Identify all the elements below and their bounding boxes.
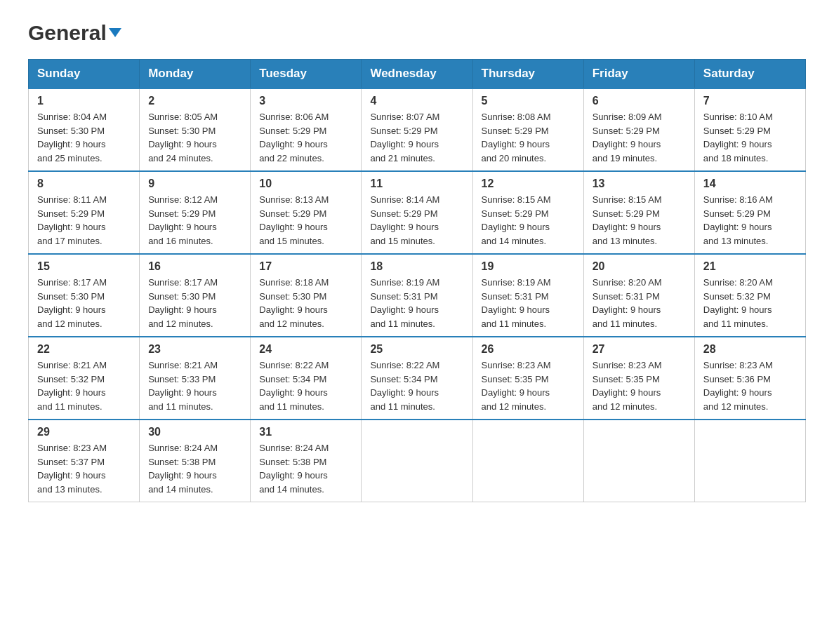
- calendar-cell: 30 Sunrise: 8:24 AM Sunset: 5:38 PM Dayl…: [140, 420, 251, 502]
- day-number: 5: [482, 95, 575, 107]
- calendar-cell: 10 Sunrise: 8:13 AM Sunset: 5:29 PM Dayl…: [251, 171, 362, 254]
- calendar-cell: 5 Sunrise: 8:08 AM Sunset: 5:29 PM Dayli…: [472, 88, 583, 171]
- calendar-cell: 18 Sunrise: 8:19 AM Sunset: 5:31 PM Dayl…: [362, 254, 472, 337]
- day-number: 30: [148, 426, 241, 438]
- day-info: Sunrise: 8:20 AM Sunset: 5:31 PM Dayligh…: [593, 276, 686, 330]
- day-info: Sunrise: 8:10 AM Sunset: 5:29 PM Dayligh…: [703, 110, 797, 165]
- day-number: 20: [593, 260, 686, 273]
- calendar-cell: 24 Sunrise: 8:22 AM Sunset: 5:34 PM Dayl…: [251, 337, 362, 420]
- day-number: 14: [703, 177, 797, 190]
- day-number: 16: [148, 260, 241, 273]
- day-number: 22: [37, 343, 131, 356]
- day-number: 17: [259, 260, 352, 273]
- day-info: Sunrise: 8:07 AM Sunset: 5:29 PM Dayligh…: [370, 110, 463, 165]
- calendar-cell: 31 Sunrise: 8:24 AM Sunset: 5:38 PM Dayl…: [251, 420, 362, 502]
- calendar-cell: 6 Sunrise: 8:09 AM Sunset: 5:29 PM Dayli…: [583, 88, 694, 171]
- day-number: 2: [148, 95, 241, 107]
- weekday-header-tuesday: Tuesday: [251, 60, 362, 89]
- day-number: 24: [259, 343, 352, 356]
- day-info: Sunrise: 8:22 AM Sunset: 5:34 PM Dayligh…: [259, 358, 352, 413]
- calendar-cell: 11 Sunrise: 8:14 AM Sunset: 5:29 PM Dayl…: [362, 171, 472, 254]
- weekday-header-friday: Friday: [583, 60, 694, 89]
- calendar-cell: 16 Sunrise: 8:17 AM Sunset: 5:30 PM Dayl…: [140, 254, 251, 337]
- day-info: Sunrise: 8:16 AM Sunset: 5:29 PM Dayligh…: [703, 193, 797, 248]
- calendar-cell: 20 Sunrise: 8:20 AM Sunset: 5:31 PM Dayl…: [583, 254, 694, 337]
- page-header: General: [28, 21, 806, 42]
- day-info: Sunrise: 8:04 AM Sunset: 5:30 PM Dayligh…: [37, 110, 131, 165]
- weekday-header-thursday: Thursday: [472, 60, 583, 89]
- day-info: Sunrise: 8:12 AM Sunset: 5:29 PM Dayligh…: [148, 193, 241, 248]
- day-number: 11: [370, 177, 463, 190]
- week-row-4: 22 Sunrise: 8:21 AM Sunset: 5:32 PM Dayl…: [29, 337, 806, 420]
- day-number: 13: [593, 177, 686, 190]
- day-info: Sunrise: 8:05 AM Sunset: 5:30 PM Dayligh…: [148, 110, 241, 165]
- day-info: Sunrise: 8:15 AM Sunset: 5:29 PM Dayligh…: [482, 193, 575, 248]
- calendar-cell: 1 Sunrise: 8:04 AM Sunset: 5:30 PM Dayli…: [29, 88, 140, 171]
- day-number: 12: [482, 177, 575, 190]
- day-info: Sunrise: 8:08 AM Sunset: 5:29 PM Dayligh…: [482, 110, 575, 165]
- day-info: Sunrise: 8:24 AM Sunset: 5:38 PM Dayligh…: [259, 441, 352, 496]
- day-number: 4: [370, 95, 463, 107]
- calendar-cell: 21 Sunrise: 8:20 AM Sunset: 5:32 PM Dayl…: [694, 254, 805, 337]
- calendar-cell: 8 Sunrise: 8:11 AM Sunset: 5:29 PM Dayli…: [29, 171, 140, 254]
- logo-general: General: [28, 21, 107, 45]
- calendar-cell: [583, 420, 694, 502]
- day-number: 18: [370, 260, 463, 273]
- day-info: Sunrise: 8:21 AM Sunset: 5:32 PM Dayligh…: [37, 358, 131, 413]
- calendar-cell: 19 Sunrise: 8:19 AM Sunset: 5:31 PM Dayl…: [472, 254, 583, 337]
- week-row-1: 1 Sunrise: 8:04 AM Sunset: 5:30 PM Dayli…: [29, 88, 806, 171]
- day-number: 15: [37, 260, 131, 273]
- day-number: 23: [148, 343, 241, 356]
- calendar-cell: 2 Sunrise: 8:05 AM Sunset: 5:30 PM Dayli…: [140, 88, 251, 171]
- day-number: 27: [593, 343, 686, 356]
- calendar-cell: 12 Sunrise: 8:15 AM Sunset: 5:29 PM Dayl…: [472, 171, 583, 254]
- calendar-cell: 4 Sunrise: 8:07 AM Sunset: 5:29 PM Dayli…: [362, 88, 472, 171]
- calendar-cell: 3 Sunrise: 8:06 AM Sunset: 5:29 PM Dayli…: [251, 88, 362, 171]
- day-number: 25: [370, 343, 463, 356]
- day-info: Sunrise: 8:06 AM Sunset: 5:29 PM Dayligh…: [259, 110, 352, 165]
- week-row-2: 8 Sunrise: 8:11 AM Sunset: 5:29 PM Dayli…: [29, 171, 806, 254]
- calendar-cell: 15 Sunrise: 8:17 AM Sunset: 5:30 PM Dayl…: [29, 254, 140, 337]
- day-info: Sunrise: 8:24 AM Sunset: 5:38 PM Dayligh…: [148, 441, 241, 496]
- week-row-5: 29 Sunrise: 8:23 AM Sunset: 5:37 PM Dayl…: [29, 420, 806, 502]
- week-row-3: 15 Sunrise: 8:17 AM Sunset: 5:30 PM Dayl…: [29, 254, 806, 337]
- calendar-cell: 13 Sunrise: 8:15 AM Sunset: 5:29 PM Dayl…: [583, 171, 694, 254]
- day-number: 10: [259, 177, 352, 190]
- weekday-header-monday: Monday: [140, 60, 251, 89]
- day-info: Sunrise: 8:09 AM Sunset: 5:29 PM Dayligh…: [593, 110, 686, 165]
- day-number: 6: [593, 95, 686, 107]
- calendar-cell: 29 Sunrise: 8:23 AM Sunset: 5:37 PM Dayl…: [29, 420, 140, 502]
- calendar-cell: [362, 420, 472, 502]
- day-info: Sunrise: 8:11 AM Sunset: 5:29 PM Dayligh…: [37, 193, 131, 248]
- calendar-cell: [694, 420, 805, 502]
- day-number: 9: [148, 177, 241, 190]
- day-info: Sunrise: 8:20 AM Sunset: 5:32 PM Dayligh…: [703, 276, 797, 330]
- day-info: Sunrise: 8:17 AM Sunset: 5:30 PM Dayligh…: [148, 276, 241, 330]
- day-info: Sunrise: 8:21 AM Sunset: 5:33 PM Dayligh…: [148, 358, 241, 413]
- calendar-cell: 26 Sunrise: 8:23 AM Sunset: 5:35 PM Dayl…: [472, 337, 583, 420]
- calendar-cell: 27 Sunrise: 8:23 AM Sunset: 5:35 PM Dayl…: [583, 337, 694, 420]
- weekday-header-sunday: Sunday: [29, 60, 140, 89]
- calendar-cell: 28 Sunrise: 8:23 AM Sunset: 5:36 PM Dayl…: [694, 337, 805, 420]
- day-info: Sunrise: 8:13 AM Sunset: 5:29 PM Dayligh…: [259, 193, 352, 248]
- day-info: Sunrise: 8:18 AM Sunset: 5:30 PM Dayligh…: [259, 276, 352, 330]
- day-number: 19: [482, 260, 575, 273]
- day-number: 8: [37, 177, 131, 190]
- weekday-header-saturday: Saturday: [694, 60, 805, 89]
- weekday-header-wednesday: Wednesday: [362, 60, 472, 89]
- day-info: Sunrise: 8:23 AM Sunset: 5:36 PM Dayligh…: [703, 358, 797, 413]
- calendar-cell: 25 Sunrise: 8:22 AM Sunset: 5:34 PM Dayl…: [362, 337, 472, 420]
- day-info: Sunrise: 8:17 AM Sunset: 5:30 PM Dayligh…: [37, 276, 131, 330]
- day-number: 21: [703, 260, 797, 273]
- calendar-cell: [472, 420, 583, 502]
- day-number: 26: [482, 343, 575, 356]
- logo: General: [28, 21, 121, 42]
- day-number: 7: [703, 95, 797, 107]
- day-number: 28: [703, 343, 797, 356]
- calendar-cell: 14 Sunrise: 8:16 AM Sunset: 5:29 PM Dayl…: [694, 171, 805, 254]
- day-info: Sunrise: 8:22 AM Sunset: 5:34 PM Dayligh…: [370, 358, 463, 413]
- day-info: Sunrise: 8:23 AM Sunset: 5:35 PM Dayligh…: [593, 358, 686, 413]
- day-number: 31: [259, 426, 352, 438]
- day-info: Sunrise: 8:19 AM Sunset: 5:31 PM Dayligh…: [370, 276, 463, 330]
- logo-triangle-icon: [109, 28, 121, 37]
